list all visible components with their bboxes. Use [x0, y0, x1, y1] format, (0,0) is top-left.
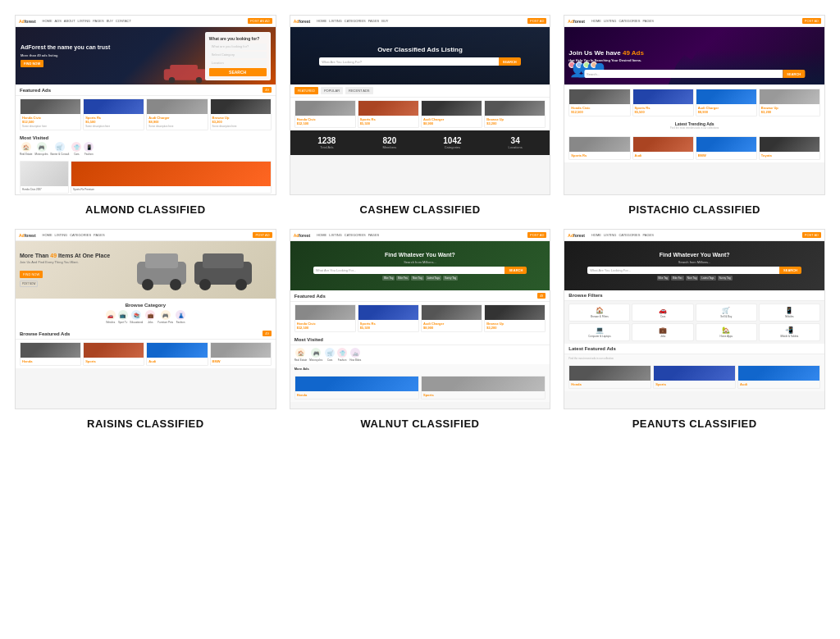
svg-rect-5 [145, 253, 178, 268]
walnut-tag[interactable]: Bike Tag [382, 276, 395, 281]
walnut-tag[interactable]: Sunny Tag [443, 276, 458, 281]
category-item[interactable]: 🚗 Vehicles [106, 310, 116, 324]
ad-card[interactable]: Honda Civic $12,500 Some description her… [20, 98, 81, 130]
category-item[interactable]: 🏠 Real Estate [20, 142, 33, 156]
walnut-tag[interactable]: Bike Fav [396, 276, 409, 281]
post-ad-btn-raisins[interactable]: POST AD [253, 232, 272, 238]
svg-point-6 [142, 279, 153, 290]
location-field[interactable]: Location [209, 60, 267, 66]
label-raisins: RAISINS CLASSIFIED [87, 418, 204, 430]
ad-card[interactable]: Audi [737, 365, 820, 389]
peanuts-search-btn[interactable]: SEARCH [779, 267, 801, 274]
svg-point-2 [168, 77, 175, 84]
category-item[interactable]: 👕 Fashion [337, 348, 347, 362]
category-item[interactable]: 👕 Cars [71, 142, 81, 156]
category-item[interactable]: 🚲 How Bikes [349, 348, 361, 362]
peanuts-tag[interactable]: Latest Tags [700, 276, 715, 281]
ad-card[interactable]: BMW [696, 136, 757, 160]
grid-item-cashew: Adforest HOME LISTING CATEGORIES PAGES B… [283, 8, 558, 222]
category-item[interactable]: 🎮 Furniture Pets [158, 310, 173, 324]
ad-card[interactable]: Sports [83, 342, 144, 366]
category-item[interactable]: 📺 Sport Tv [118, 310, 128, 324]
category-card[interactable]: 🏡 Home Apps [696, 323, 757, 341]
ad-card[interactable]: Sports [421, 376, 546, 399]
ad-card[interactable]: Honda [294, 376, 419, 399]
category-item[interactable]: 🛒 Barrier & Consult [51, 142, 70, 156]
walnut-search-input[interactable]: What Are You Looking For... [313, 267, 505, 274]
category-item[interactable]: 🏠 Real Estate [294, 348, 308, 362]
ad-card[interactable]: Browse Up $3,200 [759, 89, 820, 116]
category-card[interactable]: 📲 Mobile & Tablets [759, 323, 820, 341]
post-ad-btn-walnut[interactable]: POST AD [527, 232, 546, 238]
tab-popular[interactable]: POPULAR [321, 87, 343, 94]
category-item[interactable]: 💼 Jobs [145, 310, 155, 324]
walnut-tag[interactable]: Nice Tag [411, 276, 424, 281]
raisins-find-btn[interactable]: FIND NOW [20, 271, 43, 278]
category-card[interactable]: 🏠 Browse & Filters [568, 304, 630, 322]
peanuts-tag[interactable]: Sunny Tag [718, 276, 733, 281]
ad-card[interactable]: Audi Charger$8,900 [421, 304, 482, 332]
ad-card[interactable]: Honda Civic $12,500 [294, 100, 356, 128]
label-walnut: WALNUT CLASSIFIED [360, 418, 479, 430]
ad-card[interactable]: Toyota [759, 136, 820, 160]
tab-featured[interactable]: FEATURED [294, 87, 318, 94]
category-item[interactable]: 📚 Educational [130, 310, 144, 324]
screenshot-almond: Adforest HOME ADS ABOUT LISTING PAGES BU… [15, 15, 276, 195]
ad-card[interactable]: Honda Civic $12,500 [568, 89, 630, 116]
post-ad-btn-almond[interactable]: POST AN AD [248, 18, 272, 24]
ad-card[interactable]: Honda [568, 365, 651, 389]
nav-logo-cashew: Adforest [294, 19, 311, 24]
label-cashew: CASHEW CLASSIFIED [359, 203, 480, 216]
post-ad-btn-cashew[interactable]: POST AD [527, 18, 546, 24]
tab-recent[interactable]: RECENT ADS [345, 87, 373, 94]
ad-card[interactable]: Browse Up $3,200 Some description here [210, 98, 272, 130]
ad-card[interactable]: Audi Charger $8,900 [696, 89, 757, 116]
category-card[interactable]: 📱 Mobiles [759, 304, 820, 322]
category-item[interactable]: 🛒 Cars [325, 348, 335, 362]
ad-card[interactable]: Audi [146, 342, 208, 366]
nav-logo-almond: Adforest [19, 19, 36, 24]
category-card[interactable]: 💻 Computer & Laptops [568, 323, 630, 341]
search-field[interactable]: What are you looking for? [209, 43, 267, 50]
category-card[interactable]: 🛒 Sell & Buy [696, 304, 757, 322]
ad-card[interactable]: Sports Rs $5,500 Some description here [83, 98, 144, 130]
pistachio-search-btn[interactable]: SEARCH [783, 70, 805, 78]
ad-card[interactable]: Sports Rs [568, 136, 630, 160]
ad-card[interactable]: Sports Rs $5,500 [632, 89, 694, 116]
category-item[interactable]: 🎮 Motorcycles [309, 348, 322, 362]
category-card[interactable]: 🚗 Cars [632, 304, 693, 322]
category-item[interactable]: 🎮 Motorcycles [35, 142, 48, 156]
pistachio-search-input[interactable]: Search... [584, 70, 783, 78]
ad-card[interactable]: BMW [210, 342, 272, 366]
walnut-search-subtitle: Search from Millions... [404, 260, 436, 264]
screenshot-cashew: Adforest HOME LISTING CATEGORIES PAGES B… [290, 15, 551, 195]
category-field[interactable]: Select Category [209, 52, 267, 58]
ad-card[interactable]: Honda [20, 342, 81, 366]
walnut-search-btn[interactable]: SEARCH [504, 267, 527, 274]
peanuts-tag[interactable]: Bike Tag [657, 276, 669, 281]
category-card[interactable]: 💼 Jobs [632, 323, 693, 341]
post-ad-btn-peanuts[interactable]: POST AD [802, 232, 821, 238]
peanuts-tag[interactable]: Bike Fav [671, 276, 684, 281]
search-btn[interactable]: SEARCH [209, 68, 267, 76]
ad-card[interactable]: Sports Rs $5,500 [358, 100, 419, 128]
ad-card[interactable]: Honda Civic$12,500 [294, 304, 356, 332]
ad-card[interactable]: Audi [632, 136, 694, 160]
cashew-search-input[interactable]: What Are You Looking For? [319, 57, 498, 66]
ad-card[interactable]: Browse Up$3,200 [484, 304, 546, 332]
ad-card[interactable]: Audi Charger $8,900 [421, 100, 482, 128]
svg-point-10 [199, 279, 211, 290]
post-ad-btn-pistachio[interactable]: POST AD [802, 18, 821, 24]
ad-card[interactable]: Audi Charger $8,900 Some description her… [146, 98, 208, 130]
category-item[interactable]: 📱 Fashion [84, 142, 94, 156]
screenshot-raisins: Adforest HOME LISTING CATEGORIES PAGES P… [15, 229, 276, 409]
category-item[interactable]: 👗 Fashion [176, 310, 185, 324]
walnut-tag[interactable]: Latest Tags [426, 276, 441, 281]
peanuts-tag[interactable]: Nice Tag [686, 276, 699, 281]
ad-card[interactable]: Browse Up $3,200 [484, 100, 546, 128]
screenshot-pistachio: Adforest HOME LISTING CATEGORIES PAGES P… [564, 15, 825, 195]
ad-card[interactable]: Sports Rs$5,500 [358, 304, 419, 332]
cashew-search-btn[interactable]: SEARCH [499, 57, 521, 66]
ad-card[interactable]: Sports [653, 365, 736, 389]
peanuts-search-input[interactable]: What Are You Looking For... [587, 267, 779, 274]
